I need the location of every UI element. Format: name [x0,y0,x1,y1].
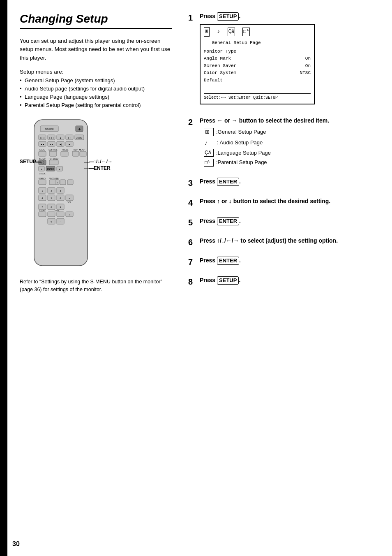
svg-rect-31 [72,151,79,156]
page-title: Changing Setup [20,12,172,29]
svg-text:SOURCE: SOURCE [45,128,54,130]
svg-text:–: – [60,220,61,223]
svg-rect-77 [48,212,55,217]
arrows-label: —↑/↓/←/→ [89,159,113,164]
svg-text:ZOOM: ZOOM [76,137,83,139]
svg-text:►: ► [59,168,61,170]
svg-text:2: 2 [51,190,52,192]
step-4-text: Press ↑ or ↓ button to select the desire… [200,197,371,206]
setup-page-parental-label: :Parental Setup Page [216,159,267,166]
step-3: 3 Press ENTER. [188,178,371,188]
setup-page-audio-label: : Audio Setup Page [217,139,263,146]
step-5-number: 5 [188,217,197,228]
step-4-number: 4 [188,197,197,208]
svg-text:ANGLE: ANGLE [62,149,68,151]
setup-page-general: ⊞ :General Setup Page [204,128,371,136]
svg-text:■: ■ [60,137,61,139]
svg-text:SUBTITLE: SUBTITLE [48,149,58,151]
svg-text:3: 3 [60,190,61,192]
setup-button-label: SETUP [217,12,239,21]
step-6-number: 6 [188,237,197,248]
svg-text:◄◄: ◄◄ [40,143,44,146]
left-bar [0,0,7,556]
svg-rect-76 [39,212,46,217]
svg-text:0: 0 [51,220,52,223]
step-7-text: Press ENTER. [200,257,371,265]
remote-diagram: SOURCE ⏻ |◄◄ ►►| ■ ►II ZOOM ◄ [20,118,172,270]
page-number: 30 [12,540,20,548]
step-1: 1 Press SETUP. ⊞ ♪ Çä □ᴬ -- General Setu… [188,12,371,108]
svg-text:+: + [57,181,58,184]
svg-text:MENU: MENU [79,149,84,151]
step-2: 2 Press ← or → button to select the desi… [188,117,371,169]
svg-rect-28 [61,151,68,156]
svg-text:DSPL: DSPL [55,210,60,212]
enter-label: —ENTER [89,165,111,171]
step-1-number: 1 [188,12,197,23]
step-3-text: Press ENTER. [200,178,371,186]
svg-rect-27 [49,151,57,156]
list-item: Parental Setup Page (setting for parenta… [20,101,172,109]
svg-text:PROGRAM: PROGRAM [49,178,59,180]
step-7: 7 Press ENTER. [188,257,371,267]
intro-paragraph: You can set up and adjust this player us… [20,37,172,62]
svg-text:REP: REP [74,149,77,151]
bullet-list: General Setup Page (system settings) Aud… [20,76,172,110]
svg-text:4: 4 [42,197,43,199]
setup-page-language-label: :Language Setup Page [216,149,271,157]
enter-button-label-5: ENTER [217,217,239,225]
list-item: Audio Setup page (settings for digital a… [20,85,172,93]
svg-text:SEARCH: SEARCH [39,178,46,180]
step-8-number: 8 [188,276,197,287]
step-5: 5 Press ENTER. [188,217,371,228]
svg-text:◄|: ◄| [59,143,62,146]
step-8: 8 Press SETUP. [188,276,371,287]
screen-footer: Select:←→ Set:Enter Quit:SETUP [204,93,311,101]
remote-svg: SOURCE ⏻ |◄◄ ►►| ■ ►II ZOOM ◄ [20,118,114,270]
screen-icon-audio: ♪ [217,28,220,36]
svg-text:►►: ►► [49,143,53,146]
svg-text:TOP MENU: TOP MENU [48,158,58,160]
screen-icon-parental: □ᴬ [242,28,250,36]
step-6-text: Press ↑/↓/←/→ to select (adjust) the set… [200,237,371,245]
svg-text:ENTER: ENTER [47,168,54,170]
svg-rect-32 [80,151,86,156]
svg-rect-26 [39,151,46,156]
svg-text:►II: ►II [68,137,71,139]
step-4: 4 Press ↑ or ↓ button to select the desi… [188,197,371,208]
svg-text:|◄◄: |◄◄ [40,137,44,139]
refer-text: Refer to “Settings by using the S-MENU b… [20,278,172,294]
step-7-number: 7 [188,257,197,267]
svg-rect-47 [39,180,46,185]
setup-button-label-8: SETUP [217,276,239,285]
list-item: General Setup Page (system settings) [20,76,172,85]
svg-text:6: 6 [60,197,61,199]
setup-menus-label: Setup menus are: [20,69,172,75]
list-item: Language Page (language settings) [20,93,172,101]
svg-text:1: 1 [42,190,43,192]
svg-text:CLOCK: CLOCK [39,173,46,175]
setup-label: SETUP— [20,159,41,164]
svg-text:I: I [69,213,69,216]
screen-mockup: ⊞ ♪ Çä □ᴬ -- General Setup Page -- Monit… [200,24,315,104]
svg-text:9: 9 [60,206,61,208]
setup-page-list: ⊞ :General Setup Page ♪ : Audio Setup Pa… [204,128,371,167]
setup-page-general-label: :General Setup Page [216,128,266,136]
step-1-text: Press SETUP. [200,12,371,21]
step-2-text: Press ← or → button to select the desire… [200,117,371,125]
enter-button-label-3: ENTER [217,178,239,186]
svg-text:►: ► [69,143,71,146]
enter-button-label-7: ENTER [217,257,239,265]
setup-page-parental: □ᴬ :Parental Setup Page [204,159,371,167]
step-6: 6 Press ↑/↓/←/→ to select (adjust) the s… [188,237,371,248]
svg-text:7: 7 [42,206,43,208]
svg-text:8: 8 [51,206,52,208]
setup-page-language: Çä :Language Setup Page [204,149,371,157]
step-8-text: Press SETUP. [200,276,371,285]
svg-rect-50 [67,180,73,185]
svg-rect-49 [60,180,66,185]
step-3-number: 3 [188,178,197,188]
svg-text:VOL: VOL [67,202,71,204]
svg-text:CLEAR: CLEAR [39,210,46,212]
svg-rect-78 [57,212,64,217]
